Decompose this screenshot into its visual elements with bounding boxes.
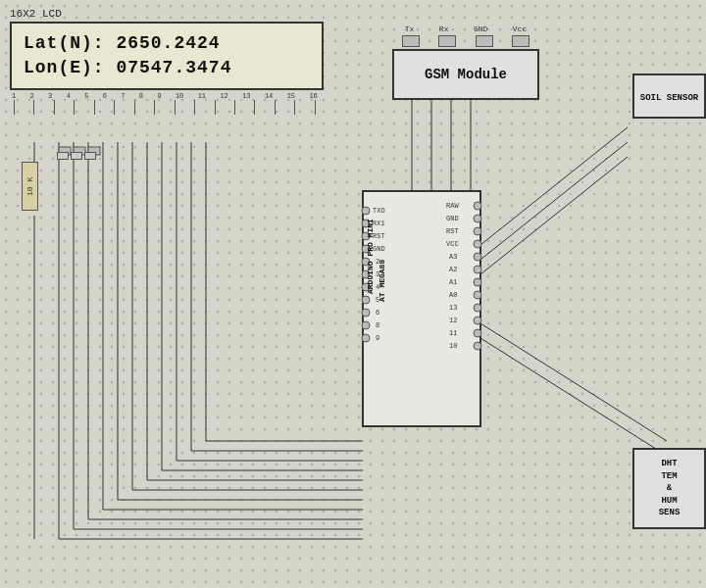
- svg-text:10: 10: [449, 342, 457, 350]
- svg-text:RX1: RX1: [373, 220, 385, 227]
- svg-text:GND: GND: [446, 215, 459, 222]
- svg-point-52: [474, 253, 481, 261]
- gsm-pin-vcc: Vcc: [513, 24, 527, 33]
- pin-16: 16: [309, 92, 317, 100]
- lcd-label: 16X2 LCD: [10, 8, 343, 20]
- svg-point-39: [362, 232, 370, 240]
- lcd-line1: Lat(N): 2650.2424: [24, 31, 310, 56]
- svg-point-46: [362, 321, 370, 329]
- svg-point-54: [474, 278, 481, 286]
- pin-line: [14, 100, 15, 115]
- svg-line-27: [480, 142, 628, 260]
- pin-line: [74, 100, 75, 115]
- svg-point-57: [474, 317, 481, 324]
- gsm-pin-gnd: GND: [474, 24, 487, 33]
- pin-line: [94, 100, 95, 115]
- svg-point-40: [362, 245, 370, 253]
- pin-line: [215, 100, 216, 115]
- pin-line: [154, 100, 155, 115]
- svg-line-29: [480, 323, 667, 441]
- svg-point-49: [474, 215, 481, 222]
- pin-14: 14: [265, 92, 273, 100]
- gsm-pin-box-1: [402, 35, 420, 47]
- gsm-label: GSM Module: [425, 67, 507, 82]
- svg-point-55: [474, 291, 481, 299]
- pin-line: [114, 100, 115, 115]
- svg-point-48: [474, 202, 481, 210]
- gsm-pin-rx: Rx: [439, 24, 449, 33]
- gsm-pin-boxes: [392, 35, 539, 47]
- svg-text:GND: GND: [373, 245, 385, 253]
- jumper-2: [71, 152, 82, 160]
- pin-5: 5: [84, 92, 88, 100]
- svg-text:A0: A0: [449, 291, 457, 299]
- pin-line: [194, 100, 195, 115]
- svg-point-43: [362, 283, 370, 291]
- svg-text:A2: A2: [449, 266, 457, 273]
- svg-text:6: 6: [376, 309, 379, 317]
- jumper-1: [57, 152, 69, 160]
- pin-13: 13: [242, 92, 250, 100]
- svg-text:3: 3: [376, 270, 379, 278]
- pin-11: 11: [198, 92, 206, 100]
- svg-text:2: 2: [376, 258, 379, 266]
- resistor: 10 K: [22, 162, 38, 211]
- pin-2: 2: [30, 92, 34, 100]
- pin-9: 9: [157, 92, 161, 100]
- svg-point-41: [362, 258, 370, 266]
- pin-4: 4: [67, 92, 71, 100]
- gsm-body: GSM Module: [392, 49, 539, 100]
- svg-rect-36: [363, 191, 480, 426]
- gsm-pin-box-2: [438, 35, 456, 47]
- svg-line-28: [480, 157, 628, 274]
- dht-sensor: DHTTEM&HUMSENS: [632, 448, 706, 529]
- svg-point-37: [362, 207, 370, 215]
- svg-point-42: [362, 270, 370, 278]
- gsm-pin-labels: Tx Rx GND Vcc: [392, 24, 539, 33]
- svg-point-53: [474, 266, 481, 273]
- pin-6: 6: [103, 92, 107, 100]
- pin-line: [134, 100, 135, 115]
- svg-text:RAW: RAW: [446, 202, 459, 210]
- pin-8: 8: [139, 92, 143, 100]
- svg-text:12: 12: [449, 317, 457, 324]
- pin-line: [294, 100, 295, 115]
- svg-point-47: [362, 334, 370, 342]
- lcd-component: 16X2 LCD Lat(N): 2650.2424 Lon(E): 07547…: [10, 8, 343, 115]
- pin-12: 12: [220, 92, 227, 100]
- lcd-body: Lat(N): 2650.2424 Lon(E): 07547.3474: [10, 22, 324, 90]
- soil-sensor-body: SOIL SENSOR: [632, 74, 706, 119]
- dht-sensor-label: DHTTEM&HUMSENS: [639, 458, 699, 519]
- svg-point-59: [474, 342, 481, 350]
- gsm-pin-box-3: [476, 35, 493, 47]
- svg-text:A3: A3: [449, 253, 457, 261]
- svg-point-58: [474, 329, 481, 337]
- soil-sensor: SOIL SENSOR: [632, 74, 706, 119]
- svg-point-44: [362, 296, 370, 304]
- svg-text:13: 13: [449, 304, 457, 312]
- svg-text:8: 8: [376, 321, 379, 329]
- pin-line: [175, 100, 176, 115]
- svg-point-50: [474, 227, 481, 235]
- lcd-display: Lat(N): 2650.2424 Lon(E): 07547.3474: [24, 31, 310, 80]
- resistor-label: 10 K: [22, 162, 38, 211]
- lcd-line2: Lon(E): 07547.3474: [24, 56, 310, 80]
- pin-7: 7: [121, 92, 125, 100]
- gsm-module: Tx Rx GND Vcc GSM Module: [392, 24, 539, 100]
- svg-text:A1: A1: [449, 278, 457, 286]
- svg-line-30: [480, 338, 667, 456]
- lcd-pins: 1 2 3 4 5 6 7 8 9 10 11 12 13 14 15 16: [10, 92, 320, 100]
- svg-text:11: 11: [449, 329, 457, 337]
- pin-line: [275, 100, 276, 115]
- svg-point-56: [474, 304, 481, 312]
- lcd-pin-lines: [10, 100, 320, 115]
- pin-10: 10: [176, 92, 183, 100]
- svg-line-26: [480, 127, 628, 245]
- svg-point-45: [362, 309, 370, 317]
- pin-line: [54, 100, 55, 115]
- svg-text:VCC: VCC: [446, 240, 459, 248]
- pin-1: 1: [12, 92, 16, 100]
- pin-line: [315, 100, 316, 115]
- soil-sensor-label: SOIL SENSOR: [640, 93, 698, 103]
- pin-3: 3: [48, 92, 52, 100]
